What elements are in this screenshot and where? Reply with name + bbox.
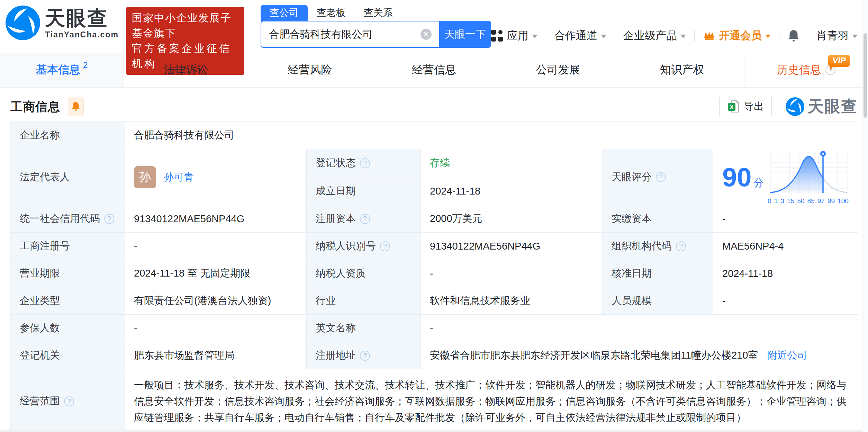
field-label: 统一社会信用代码 ? [11, 205, 125, 233]
tab-basic-info-label: 基本信息 [36, 62, 80, 78]
excel-icon: X [727, 100, 740, 114]
tab-development[interactable]: 公司发展 [496, 53, 620, 87]
top-nav: 应用 合作通道 企业级产品 开通会员 [491, 22, 858, 49]
monitor-bell-chip[interactable] [68, 97, 84, 116]
business-info-section-head: 工商信息 X 导出 [10, 96, 858, 117]
chevron-down-icon [532, 35, 537, 38]
legal-rep-link[interactable]: 孙可青 [164, 170, 194, 184]
nav-divider [808, 30, 808, 41]
business-scope-value: 一般项目：技术服务、技术开发、技术咨询、技术交流、技术转让、技术推广；软件开发；… [125, 369, 858, 432]
nav-apps[interactable]: 应用 [491, 28, 537, 43]
tab-risk-label: 经营风险 [288, 62, 332, 78]
approval-date-value: 2024-11-18 [713, 260, 858, 287]
help-icon[interactable]: ? [380, 241, 390, 251]
score-tick: 1 [774, 197, 778, 205]
reg-address-cell: 安徽省合肥市肥东县肥东经济开发区临泉东路北荣电集团11幢办公楼210室 附近公司 [421, 342, 858, 369]
company-name-value: 合肥合骑科技有限公司 [125, 122, 858, 149]
field-label: 营业期限 [11, 260, 125, 287]
field-label: 组织机构代码 ? [603, 233, 713, 260]
field-label: 注册地址 ? [307, 342, 421, 369]
table-row: 统一社会信用代码 ? 91340122MAE56NP44G 注册资本 ? 200… [11, 205, 858, 233]
help-icon[interactable]: ? [360, 214, 370, 224]
scrollbar-thumb[interactable] [864, 33, 867, 118]
crown-icon [703, 30, 715, 41]
tianyancha-logo[interactable]: 天眼查 TianYanCha.com [6, 6, 119, 40]
status-badge: 存续 [430, 157, 450, 168]
help-icon[interactable]: ? [104, 214, 114, 224]
search-button[interactable]: 天眼一下 [439, 21, 491, 48]
field-label: 企业名称 [11, 122, 125, 149]
reg-number-value: - [125, 233, 307, 260]
chevron-down-icon [601, 35, 606, 38]
chevron-down-icon [765, 35, 771, 38]
chevron-down-icon [852, 35, 858, 38]
svg-text:X: X [730, 104, 734, 110]
help-icon[interactable]: ? [64, 396, 74, 406]
table-row: 经营范围 ? 一般项目：技术服务、技术开发、技术咨询、技术交流、技术转让、技术推… [11, 369, 858, 432]
vertical-scrollbar[interactable] [862, 0, 868, 432]
score-tick: 3 [780, 197, 784, 205]
tab-operation-label: 经营信息 [412, 62, 456, 78]
chevron-down-icon [680, 35, 686, 38]
field-label: 英文名称 [307, 315, 421, 342]
help-icon[interactable]: ? [360, 158, 370, 168]
score-tick: 100 [838, 197, 849, 205]
tab-history[interactable]: VIP 历史信息 ? [744, 53, 868, 87]
insured-count-value: - [125, 315, 307, 342]
staff-size-value: - [713, 287, 858, 315]
score-value: 90 [722, 164, 752, 190]
search-tab-boss[interactable]: 查老板 [308, 5, 355, 21]
nav-enterprise-label: 企业级产品 [623, 28, 677, 43]
tab-ip[interactable]: 知识产权 [620, 53, 744, 87]
tianyan-score-cell[interactable]: 90 分 [713, 149, 858, 205]
nav-divider [546, 30, 546, 41]
export-button[interactable]: X 导出 [719, 96, 772, 117]
paid-capital-value: - [713, 205, 858, 233]
clear-search-icon[interactable]: × [421, 29, 432, 40]
avatar[interactable]: 孙 [134, 166, 156, 188]
field-label: 注册资本 ? [307, 205, 421, 233]
score-tick: 15 [787, 197, 794, 205]
field-label: 企业类型 [11, 287, 125, 315]
company-detail-tabs: 基本信息 2 法律诉讼 经营风险 经营信息 公司发展 知识产权 VIP 历史信息… [0, 53, 868, 88]
tianyancha-logo-icon [786, 97, 804, 116]
field-label: 纳税人资质 [307, 260, 421, 287]
score-tick: 97 [817, 197, 825, 205]
nearby-companies-link[interactable]: 附近公司 [767, 350, 807, 361]
top-header: 天眼查 TianYanCha.com 国家中小企业发展子基金旗下 官方备案企业征… [0, 0, 868, 53]
help-icon[interactable]: ? [656, 172, 666, 182]
table-row: 登记机关 肥东县市场监督管理局 注册地址 ? 安徽省合肥市肥东县肥东经济开发区临… [11, 342, 858, 369]
notification-bell[interactable] [788, 29, 799, 42]
nav-enterprise[interactable]: 企业级产品 [623, 28, 686, 43]
table-row: 企业类型 有限责任公司(港澳台法人独资) 行业 软件和信息技术服务业 人员规模 … [11, 287, 858, 315]
score-tick: 0 [768, 197, 771, 205]
search-tab-relation[interactable]: 查关系 [355, 5, 402, 21]
taxpayer-quality-value: - [421, 260, 603, 287]
tab-operation[interactable]: 经营信息 [372, 53, 496, 87]
tab-basic-info[interactable]: 基本信息 2 [0, 53, 124, 87]
search-tab-company[interactable]: 查公司 [261, 5, 308, 21]
nav-member-label: 开通会员 [719, 28, 762, 43]
bell-icon [788, 29, 799, 42]
field-label: 行业 [307, 287, 421, 315]
credit-code-value: 91340122MAE56NP44G [125, 205, 307, 233]
nav-member[interactable]: 开通会员 [703, 28, 771, 43]
nav-user[interactable]: 肖青羽 [816, 28, 858, 43]
tab-ip-label: 知识产权 [660, 62, 704, 78]
tab-risk[interactable]: 经营风险 [248, 53, 372, 87]
reg-capital-value: 2000万美元 [421, 205, 603, 233]
help-icon[interactable]: ? [676, 241, 686, 251]
field-label: 核准日期 [603, 260, 713, 287]
brand-name: 天眼查 [45, 7, 119, 29]
search-input[interactable] [269, 28, 421, 40]
nav-cooperation[interactable]: 合作通道 [554, 28, 606, 43]
vip-badge: VIP [828, 55, 850, 67]
help-icon[interactable]: ? [360, 351, 370, 361]
search-input-wrap: × [261, 21, 439, 48]
brand-domain: TianYanCha.com [45, 30, 119, 39]
nav-divider [779, 30, 779, 41]
apps-grid-icon [491, 30, 503, 42]
score-axis-ticks: 0131550859799100 [768, 197, 849, 205]
tab-legal[interactable]: 法律诉讼 [124, 53, 248, 87]
search-box: × 天眼一下 [261, 21, 491, 48]
